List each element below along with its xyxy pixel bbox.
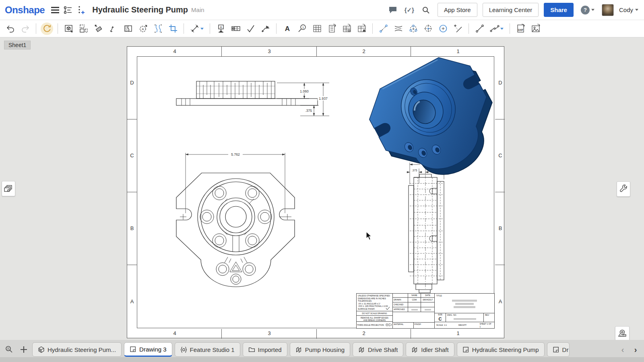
surface-finish-button[interactable] [244,23,257,35]
drawing-canvas[interactable]: Sheet1 4 3 2 [0,37,644,340]
hole-table-button[interactable] [341,23,353,35]
dimension-button[interactable] [188,23,205,35]
help-icon: ? [581,6,590,14]
datum-button[interactable]: A [215,23,227,35]
front-view[interactable] [176,173,295,287]
update-views-button[interactable] [41,23,53,35]
title-block: UNLESS OTHERWISE SPECIFIED: DIMENSIONS A… [356,293,495,329]
tab-imported[interactable]: Imported [243,342,287,357]
third-angle-symbol [385,323,392,327]
center-mark-button[interactable] [422,23,434,35]
geometric-tolerance-button[interactable] [229,23,242,35]
help-menu[interactable]: ? [579,4,597,16]
top-view-dimensions[interactable]: 1.060 1.937 .375 [277,83,329,116]
tb-size-row: SIZE C DWG. NO. REV [435,313,494,322]
share-button[interactable]: Share [544,3,574,17]
search-tabs-icon[interactable] [3,342,15,357]
featurescript-icon[interactable]: {✓} [405,6,414,14]
measure-button[interactable] [615,326,630,340]
front-view-dimensions[interactable]: 5.762 [186,152,285,213]
add-tab-button[interactable] [18,342,30,357]
workspace-name[interactable]: Main [191,6,204,13]
auxiliary-view-button[interactable]: A [137,23,149,35]
tb-break-edges: REMOVE ALL SHARP EDGES AND BREAK CORNERS [357,316,392,322]
export-dxf-button[interactable]: DXF [514,23,527,35]
revision-table-button[interactable] [355,23,368,35]
centerline-curves-button[interactable] [392,23,405,35]
bend-line-button[interactable] [452,23,464,35]
header-right: {✓} App Store Learning Center Share ? Co… [386,3,638,17]
onshape-logo[interactable]: Onshape [5,4,45,16]
document-title: Hydraulic Steering Pump [92,5,188,14]
bom-table-button[interactable] [326,23,338,35]
section-view-button[interactable] [92,23,105,35]
tb-spec-line: UNLESS OTHERWISE SPECIFIED: [358,294,391,297]
help-caret-icon [591,9,594,11]
surface-finish-symbol [386,306,390,310]
redo-button[interactable] [19,23,31,35]
svg-text:.375: .375 [412,169,417,172]
tab-hydraulic-steering-pump-drawing[interactable]: Hydraulic Steering Pump [457,342,545,357]
avatar[interactable] [602,4,614,16]
svg-text:A: A [285,25,289,33]
note-button[interactable]: A [281,23,293,35]
tb-do-not-scale: DO NOT SCALE DRAWING [357,311,392,316]
drawing-toolbar: A A A 1 [0,20,644,37]
assembly-icon [38,346,45,353]
svg-text:5.762: 5.762 [231,152,240,156]
part-studio-icon [411,346,418,353]
versions-history-icon[interactable] [62,4,74,16]
circle-center-button[interactable] [437,23,449,35]
projected-view-button[interactable] [77,23,90,35]
tab-hydraulic-steering-pump-assembly[interactable]: Hydraulic Steering Pum... [32,342,122,357]
sheets-panel-button[interactable] [2,181,15,196]
comments-icon[interactable] [386,4,399,16]
measure-tools-button[interactable] [617,181,630,197]
tabs-scroll-right-icon[interactable]: › [630,342,641,357]
tab-drawing-3[interactable]: Drawing 3 [124,342,172,357]
detail-view-button[interactable] [107,23,120,35]
undo-button[interactable] [4,23,17,35]
folder-icon [248,346,255,353]
tabs-scroll-left-icon[interactable]: ‹ [617,342,628,357]
user-menu[interactable]: Cody [619,6,638,13]
svg-text:DXF: DXF [518,29,523,31]
center-mark-pattern-button[interactable] [407,23,419,35]
tab-feature-studio-1[interactable]: Feature Studio 1 [175,342,240,357]
crop-view-button[interactable] [167,23,179,35]
hamburger-menu-icon[interactable] [49,4,62,16]
broken-out-section-button[interactable] [122,23,134,35]
side-view[interactable] [409,174,444,293]
app-store-button[interactable]: App Store [438,3,477,17]
create-version-icon[interactable] [74,4,87,16]
search-icon[interactable] [419,4,432,16]
tab-partial[interactable]: Dr [547,342,570,357]
svg-text:A: A [142,27,144,31]
tab-idler-shaft[interactable]: Idler Shaft [406,342,454,357]
sheet-tab[interactable]: Sheet1 [4,41,31,49]
svg-text:A: A [220,25,222,29]
dimension-caret-icon [200,28,204,30]
top-view[interactable] [176,81,318,105]
svg-text:1.060: 1.060 [300,89,309,93]
drawing-sheet[interactable]: 4 3 2 1 4 3 2 1 D C B A D C B A [127,46,504,338]
callout-button[interactable]: 1 [296,23,308,35]
break-view-button[interactable] [152,23,164,35]
tb-col-name: NAME [408,294,421,297]
weld-symbol-button[interactable] [259,23,272,35]
isometric-view[interactable] [359,47,505,196]
bottom-tab-bar: Hydraulic Steering Pum... Drawing 3 Feat… [0,340,644,362]
spline-button[interactable] [488,23,505,35]
table-button[interactable] [311,23,323,35]
tb-title-area: TITLE: [435,294,494,313]
tab-drive-shaft[interactable]: Drive Shaft [353,342,403,357]
insert-view-button[interactable] [62,23,75,35]
centerline-button[interactable] [377,23,390,35]
feature-studio-icon [180,346,187,353]
tb-col-date: DATE [421,294,434,297]
user-caret-icon [635,9,638,11]
tab-pump-housing[interactable]: Pump Housing [290,342,350,357]
learning-center-button[interactable]: Learning Center [483,3,539,17]
line-button[interactable] [473,23,486,35]
insert-image-button[interactable] [529,23,542,35]
